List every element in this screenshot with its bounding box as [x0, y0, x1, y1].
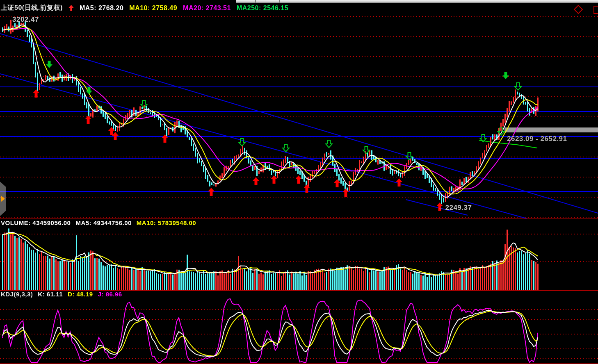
stock-chart-canvas[interactable]: [0, 0, 598, 364]
kdj-title: KDJ(9,3,3): [1, 291, 33, 298]
scrollbar-tick: [255, 0, 256, 3]
kdj-k-value: K: 61.11: [38, 291, 63, 298]
expand-arrow-icon: [1, 196, 5, 202]
ma5-value: MA5: 2768.20: [80, 5, 123, 12]
high-price-label: 3202.47: [12, 16, 39, 24]
kdj-j-value: J: 86.96: [98, 291, 122, 298]
sidebar-expand-handle[interactable]: [0, 182, 6, 216]
trading-app-window: { "header": { "title": "上证50(日线.前复权)", "…: [0, 0, 598, 364]
scrollbar-tick: [279, 0, 280, 3]
volume-value: VOLUME: 43459056.00: [1, 219, 71, 226]
ma250-value: MA250: 2546.15: [237, 5, 288, 12]
volume-ma10-value: MA10: 57839548.00: [137, 219, 196, 226]
low-price-label: ←2249.37: [438, 204, 472, 212]
ma20-value: MA20: 2743.51: [183, 5, 231, 12]
volume-header: VOLUME: 43459056.00 MA5: 49344756.00 MA1…: [1, 219, 196, 226]
kdj-header: KDJ(9,3,3) K: 61.11 D: 48.19 J: 86.96: [1, 291, 122, 298]
volume-ma5-value: MA5: 49344756.00: [75, 219, 131, 226]
main-chart-header: 上证50(日线.前复权) MA5: 2768.20 MA10: 2758.49 …: [1, 4, 288, 12]
top-scrollbar[interactable]: [236, 0, 598, 3]
ma10-value: MA10: 2758.49: [129, 5, 177, 12]
price-range-label: 2623.09 - 2652.91: [507, 135, 567, 143]
symbol-title: 上证50(日线.前复权): [1, 4, 63, 12]
rectangle-tool-icon[interactable]: [593, 6, 598, 14]
kdj-d-value: D: 48.19: [68, 291, 93, 298]
up-arrow-icon: [68, 5, 74, 11]
